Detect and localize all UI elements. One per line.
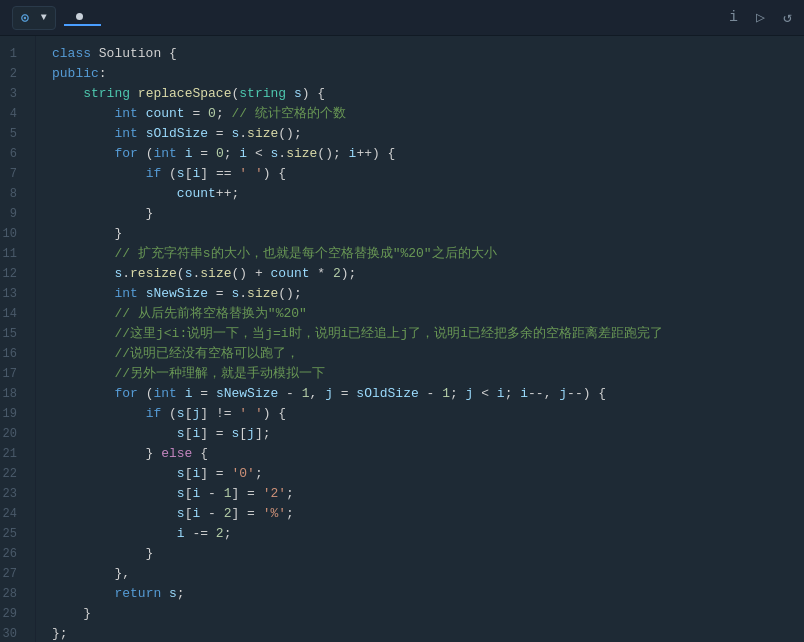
token: } [52,446,161,461]
code-line: count++; [52,184,804,204]
token [52,126,114,141]
token [52,186,177,201]
token: Solution { [91,46,177,61]
code-line: //说明已经没有空格可以跑了， [52,344,804,364]
token: 0 [216,146,224,161]
code-line: } [52,204,804,224]
token: 1 [302,386,310,401]
code-line: s[i - 2] = '%'; [52,504,804,524]
token: for [114,146,137,161]
code-editor[interactable]: class Solution {public: string replaceSp… [36,36,804,642]
token: ; [505,386,521,401]
token: () + [232,266,271,281]
token: (); [278,286,301,301]
token [52,466,177,481]
token: sOldSize [356,386,418,401]
token [130,86,138,101]
token: 0 [208,106,216,121]
token: = [208,126,231,141]
code-line: int sOldSize = s.size(); [52,124,804,144]
line-number: 21 [0,444,25,464]
line-number: 22 [0,464,25,484]
line-number: 19 [0,404,25,424]
token: } [52,546,153,561]
token [52,166,146,181]
token [52,286,114,301]
token [286,86,294,101]
token: - [278,386,301,401]
line-number: 26 [0,544,25,564]
token: ( [177,266,185,281]
token: ; [450,386,466,401]
token: string [239,86,286,101]
token: s [177,426,185,441]
token [161,586,169,601]
token: j [247,426,255,441]
token: resize [130,266,177,281]
token: -= [185,526,216,541]
code-line: } else { [52,444,804,464]
code-line: // 扩充字符串s的大小，也就是每个空格替换成"%20"之后的大小 [52,244,804,264]
token: sOldSize [146,126,208,141]
token: int [114,126,137,141]
line-number: 17 [0,364,25,384]
token: ] = [231,486,262,501]
titlebar-right: i ▷ ↺ [729,8,792,27]
token: -- [528,386,544,401]
line-number: 25 [0,524,25,544]
token: (); [317,146,348,161]
line-numbers: 1234567891011121314151617181920212223242… [0,36,36,642]
token: ] = [200,466,231,481]
refresh-icon[interactable]: ↺ [783,8,792,27]
line-number: 11 [0,244,25,264]
token: [ [239,426,247,441]
token: else [161,446,192,461]
token: //另外一种理解，就是手动模拟一下 [52,366,325,381]
token: (); [278,126,301,141]
token: } [52,606,91,621]
token: --) { [567,386,606,401]
token: . [239,286,247,301]
line-number: 15 [0,324,25,344]
token: s [169,586,177,601]
code-line: }, [52,564,804,584]
smart-mode-tab[interactable] [64,9,101,26]
line-number: 1 [0,44,25,64]
language-selector[interactable]: ⊙ ▼ [12,6,56,30]
token: '%' [263,506,286,521]
line-number: 24 [0,504,25,524]
token: if [146,166,162,181]
token: ) { [263,166,286,181]
titlebar-left: ⊙ ▼ [12,6,101,30]
token: ; [224,146,240,161]
token [177,386,185,401]
token: }, [52,566,130,581]
token [52,306,114,321]
token [138,286,146,301]
token [52,486,177,501]
token: ++) { [356,146,395,161]
line-number: 23 [0,484,25,504]
token [52,106,114,121]
token [177,146,185,161]
info-icon[interactable]: i [729,9,738,26]
token: int [153,386,176,401]
code-line: //这里j<i:说明一下，当j=i时，说明i已经追上j了，说明i已经把多余的空格… [52,324,804,344]
tab-dot [76,13,83,20]
line-number: 3 [0,84,25,104]
token: ++; [216,186,239,201]
code-line: } [52,224,804,244]
token: '0' [231,466,254,481]
token [52,426,177,441]
token: s [294,86,302,101]
run-icon[interactable]: ▷ [756,8,765,27]
token: < [473,386,496,401]
token: int [114,286,137,301]
token [52,526,177,541]
token: class [52,46,91,61]
token: sNewSize [146,286,208,301]
token: = [192,146,215,161]
token: ] = [231,506,262,521]
code-line: s[i] = s[j]; [52,424,804,444]
code-line: i -= 2; [52,524,804,544]
